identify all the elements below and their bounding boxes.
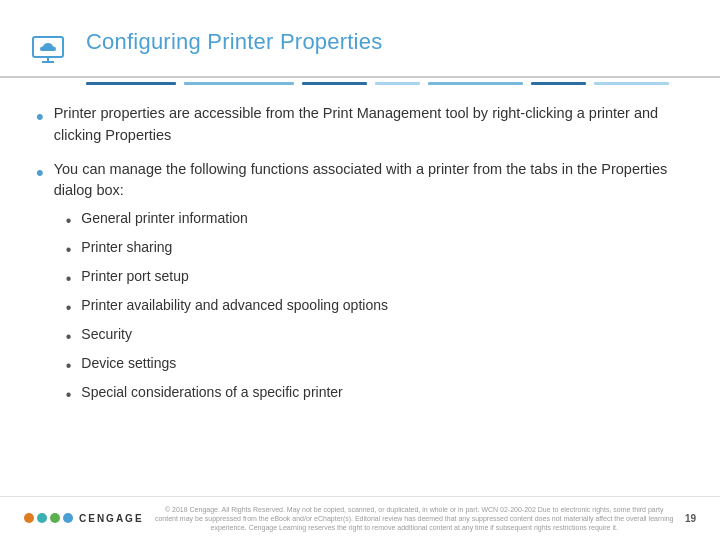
list-item: • Printer port setup <box>66 266 684 291</box>
list-item: • Special considerations of a specific p… <box>66 382 684 407</box>
slide-footer: CENGAGE © 2018 Cengage. All Rights Reser… <box>0 496 720 540</box>
slide-content: • Printer properties are accessible from… <box>0 85 720 496</box>
sub-bullet-list: • General printer information • Printer … <box>66 208 684 407</box>
cengage-logo: CENGAGE <box>24 513 144 524</box>
sub-item-7: Special considerations of a specific pri… <box>81 382 342 403</box>
slide-header: Configuring Printer Properties <box>0 0 720 78</box>
list-item: • Printer sharing <box>66 237 684 262</box>
sub-dot-5: • <box>66 325 72 349</box>
cengage-label: CENGAGE <box>79 513 144 524</box>
bullet-1-text: Printer properties are accessible from t… <box>54 103 684 147</box>
bullet-2-content: You can manage the following functions a… <box>54 159 684 408</box>
sub-dot-4: • <box>66 296 72 320</box>
list-item: • Device settings <box>66 353 684 378</box>
circle-teal <box>37 513 47 523</box>
sub-item-6: Device settings <box>81 353 176 374</box>
main-bullet-1: • Printer properties are accessible from… <box>36 103 684 147</box>
bullet-dot-2: • <box>36 156 44 189</box>
sub-dot-2: • <box>66 238 72 262</box>
main-bullet-2: • You can manage the following functions… <box>36 159 684 408</box>
sub-item-2: Printer sharing <box>81 237 172 258</box>
sub-dot-1: • <box>66 209 72 233</box>
sub-item-3: Printer port setup <box>81 266 188 287</box>
page-number: 19 <box>685 513 696 524</box>
circle-green <box>50 513 60 523</box>
sub-dot-6: • <box>66 354 72 378</box>
list-item: • General printer information <box>66 208 684 233</box>
list-item: • Security <box>66 324 684 349</box>
sub-dot-7: • <box>66 383 72 407</box>
sub-item-1: General printer information <box>81 208 248 229</box>
slide-container: Configuring Printer Properties • Printer… <box>0 0 720 540</box>
list-item: • Printer availability and advanced spoo… <box>66 295 684 320</box>
sub-item-4: Printer availability and advanced spooli… <box>81 295 388 316</box>
cengage-circles-icon <box>24 513 73 523</box>
circle-blue <box>63 513 73 523</box>
cloud-monitor-icon <box>24 18 72 66</box>
nav-divider <box>0 78 720 85</box>
sub-item-5: Security <box>81 324 132 345</box>
bullet-dot-1: • <box>36 100 44 133</box>
bullet-2-intro: You can manage the following functions a… <box>54 161 668 199</box>
slide-title: Configuring Printer Properties <box>86 29 382 55</box>
copyright-text: © 2018 Cengage. All Rights Reserved. May… <box>154 505 675 532</box>
circle-orange <box>24 513 34 523</box>
sub-dot-3: • <box>66 267 72 291</box>
